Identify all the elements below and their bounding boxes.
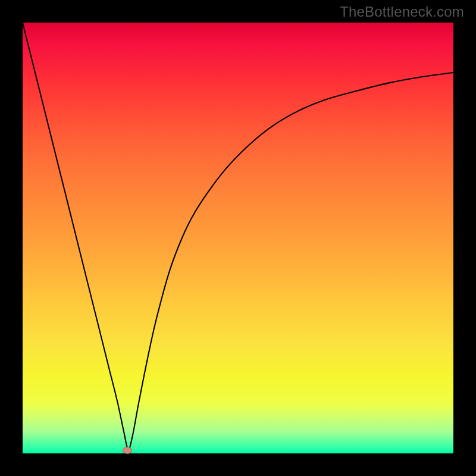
chart-frame: TheBottleneck.com xyxy=(0,0,476,476)
optimum-marker xyxy=(123,447,132,454)
bottleneck-curve xyxy=(23,23,453,453)
watermark-text: TheBottleneck.com xyxy=(340,4,464,20)
plot-area xyxy=(23,23,453,453)
